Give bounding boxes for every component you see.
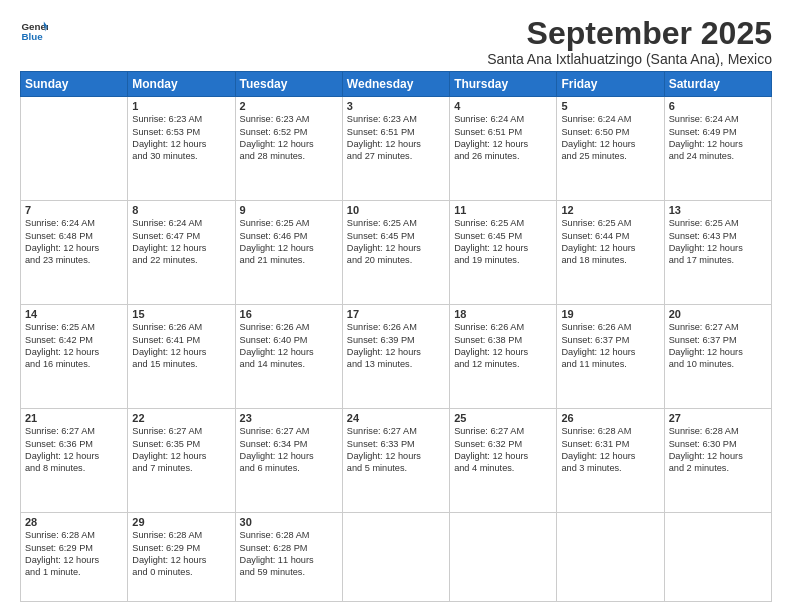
day-info: Sunrise: 6:27 AM Sunset: 6:33 PM Dayligh… (347, 425, 445, 475)
calendar-header-row: SundayMondayTuesdayWednesdayThursdayFrid… (21, 72, 772, 97)
calendar-day-cell: 2Sunrise: 6:23 AM Sunset: 6:52 PM Daylig… (235, 97, 342, 201)
day-number: 20 (669, 308, 767, 320)
day-number: 21 (25, 412, 123, 424)
day-number: 30 (240, 516, 338, 528)
day-info: Sunrise: 6:23 AM Sunset: 6:51 PM Dayligh… (347, 113, 445, 163)
calendar-day-cell: 13Sunrise: 6:25 AM Sunset: 6:43 PM Dayli… (664, 201, 771, 305)
calendar-day-cell: 12Sunrise: 6:25 AM Sunset: 6:44 PM Dayli… (557, 201, 664, 305)
calendar-day-cell: 24Sunrise: 6:27 AM Sunset: 6:33 PM Dayli… (342, 409, 449, 513)
calendar-day-cell: 25Sunrise: 6:27 AM Sunset: 6:32 PM Dayli… (450, 409, 557, 513)
calendar-header-cell: Sunday (21, 72, 128, 97)
day-number: 8 (132, 204, 230, 216)
day-info: Sunrise: 6:27 AM Sunset: 6:37 PM Dayligh… (669, 321, 767, 371)
day-info: Sunrise: 6:28 AM Sunset: 6:31 PM Dayligh… (561, 425, 659, 475)
calendar-day-cell: 5Sunrise: 6:24 AM Sunset: 6:50 PM Daylig… (557, 97, 664, 201)
day-info: Sunrise: 6:24 AM Sunset: 6:47 PM Dayligh… (132, 217, 230, 267)
calendar-day-cell: 9Sunrise: 6:25 AM Sunset: 6:46 PM Daylig… (235, 201, 342, 305)
day-info: Sunrise: 6:25 AM Sunset: 6:45 PM Dayligh… (347, 217, 445, 267)
day-info: Sunrise: 6:27 AM Sunset: 6:35 PM Dayligh… (132, 425, 230, 475)
calendar-header-cell: Thursday (450, 72, 557, 97)
calendar-header-cell: Wednesday (342, 72, 449, 97)
calendar-body: 1Sunrise: 6:23 AM Sunset: 6:53 PM Daylig… (21, 97, 772, 602)
calendar-day-cell: 8Sunrise: 6:24 AM Sunset: 6:47 PM Daylig… (128, 201, 235, 305)
day-number: 28 (25, 516, 123, 528)
day-number: 11 (454, 204, 552, 216)
day-number: 19 (561, 308, 659, 320)
day-number: 16 (240, 308, 338, 320)
day-number: 5 (561, 100, 659, 112)
calendar-day-cell (21, 97, 128, 201)
day-number: 26 (561, 412, 659, 424)
subtitle: Santa Ana Ixtlahuatzingo (Santa Ana), Me… (487, 51, 772, 67)
calendar-day-cell: 30Sunrise: 6:28 AM Sunset: 6:28 PM Dayli… (235, 513, 342, 602)
calendar-header-cell: Tuesday (235, 72, 342, 97)
day-number: 15 (132, 308, 230, 320)
day-number: 22 (132, 412, 230, 424)
day-info: Sunrise: 6:26 AM Sunset: 6:37 PM Dayligh… (561, 321, 659, 371)
day-number: 24 (347, 412, 445, 424)
day-info: Sunrise: 6:23 AM Sunset: 6:53 PM Dayligh… (132, 113, 230, 163)
day-info: Sunrise: 6:24 AM Sunset: 6:48 PM Dayligh… (25, 217, 123, 267)
calendar-day-cell: 3Sunrise: 6:23 AM Sunset: 6:51 PM Daylig… (342, 97, 449, 201)
calendar-day-cell: 16Sunrise: 6:26 AM Sunset: 6:40 PM Dayli… (235, 305, 342, 409)
calendar-week-row: 21Sunrise: 6:27 AM Sunset: 6:36 PM Dayli… (21, 409, 772, 513)
day-number: 17 (347, 308, 445, 320)
calendar-day-cell: 28Sunrise: 6:28 AM Sunset: 6:29 PM Dayli… (21, 513, 128, 602)
day-number: 12 (561, 204, 659, 216)
calendar-day-cell: 6Sunrise: 6:24 AM Sunset: 6:49 PM Daylig… (664, 97, 771, 201)
calendar-week-row: 7Sunrise: 6:24 AM Sunset: 6:48 PM Daylig… (21, 201, 772, 305)
calendar-header-cell: Friday (557, 72, 664, 97)
day-info: Sunrise: 6:26 AM Sunset: 6:38 PM Dayligh… (454, 321, 552, 371)
calendar-day-cell (664, 513, 771, 602)
calendar-day-cell: 26Sunrise: 6:28 AM Sunset: 6:31 PM Dayli… (557, 409, 664, 513)
calendar-week-row: 1Sunrise: 6:23 AM Sunset: 6:53 PM Daylig… (21, 97, 772, 201)
calendar-day-cell: 19Sunrise: 6:26 AM Sunset: 6:37 PM Dayli… (557, 305, 664, 409)
day-number: 18 (454, 308, 552, 320)
calendar-day-cell: 15Sunrise: 6:26 AM Sunset: 6:41 PM Dayli… (128, 305, 235, 409)
calendar-day-cell (450, 513, 557, 602)
day-number: 23 (240, 412, 338, 424)
calendar-table: SundayMondayTuesdayWednesdayThursdayFrid… (20, 71, 772, 602)
day-info: Sunrise: 6:27 AM Sunset: 6:34 PM Dayligh… (240, 425, 338, 475)
day-number: 3 (347, 100, 445, 112)
day-info: Sunrise: 6:28 AM Sunset: 6:29 PM Dayligh… (25, 529, 123, 579)
calendar-day-cell: 10Sunrise: 6:25 AM Sunset: 6:45 PM Dayli… (342, 201, 449, 305)
day-info: Sunrise: 6:25 AM Sunset: 6:43 PM Dayligh… (669, 217, 767, 267)
calendar-day-cell: 21Sunrise: 6:27 AM Sunset: 6:36 PM Dayli… (21, 409, 128, 513)
calendar-day-cell: 27Sunrise: 6:28 AM Sunset: 6:30 PM Dayli… (664, 409, 771, 513)
day-info: Sunrise: 6:24 AM Sunset: 6:50 PM Dayligh… (561, 113, 659, 163)
day-info: Sunrise: 6:23 AM Sunset: 6:52 PM Dayligh… (240, 113, 338, 163)
day-info: Sunrise: 6:25 AM Sunset: 6:46 PM Dayligh… (240, 217, 338, 267)
logo: General Blue (20, 16, 48, 44)
calendar-day-cell: 17Sunrise: 6:26 AM Sunset: 6:39 PM Dayli… (342, 305, 449, 409)
calendar-week-row: 28Sunrise: 6:28 AM Sunset: 6:29 PM Dayli… (21, 513, 772, 602)
month-title: September 2025 (487, 16, 772, 51)
day-number: 10 (347, 204, 445, 216)
svg-text:Blue: Blue (21, 31, 43, 42)
day-info: Sunrise: 6:26 AM Sunset: 6:39 PM Dayligh… (347, 321, 445, 371)
logo-icon: General Blue (20, 16, 48, 44)
calendar-day-cell: 18Sunrise: 6:26 AM Sunset: 6:38 PM Dayli… (450, 305, 557, 409)
day-info: Sunrise: 6:25 AM Sunset: 6:42 PM Dayligh… (25, 321, 123, 371)
calendar-day-cell: 23Sunrise: 6:27 AM Sunset: 6:34 PM Dayli… (235, 409, 342, 513)
day-info: Sunrise: 6:28 AM Sunset: 6:30 PM Dayligh… (669, 425, 767, 475)
day-info: Sunrise: 6:27 AM Sunset: 6:36 PM Dayligh… (25, 425, 123, 475)
day-number: 13 (669, 204, 767, 216)
day-number: 1 (132, 100, 230, 112)
day-info: Sunrise: 6:24 AM Sunset: 6:51 PM Dayligh… (454, 113, 552, 163)
header: General Blue September 2025 Santa Ana Ix… (20, 16, 772, 67)
day-info: Sunrise: 6:28 AM Sunset: 6:29 PM Dayligh… (132, 529, 230, 579)
day-number: 2 (240, 100, 338, 112)
calendar-week-row: 14Sunrise: 6:25 AM Sunset: 6:42 PM Dayli… (21, 305, 772, 409)
day-info: Sunrise: 6:27 AM Sunset: 6:32 PM Dayligh… (454, 425, 552, 475)
day-number: 6 (669, 100, 767, 112)
calendar-day-cell: 14Sunrise: 6:25 AM Sunset: 6:42 PM Dayli… (21, 305, 128, 409)
day-number: 4 (454, 100, 552, 112)
calendar-day-cell (557, 513, 664, 602)
day-number: 14 (25, 308, 123, 320)
day-info: Sunrise: 6:26 AM Sunset: 6:40 PM Dayligh… (240, 321, 338, 371)
calendar-day-cell: 1Sunrise: 6:23 AM Sunset: 6:53 PM Daylig… (128, 97, 235, 201)
day-info: Sunrise: 6:25 AM Sunset: 6:45 PM Dayligh… (454, 217, 552, 267)
calendar-day-cell: 29Sunrise: 6:28 AM Sunset: 6:29 PM Dayli… (128, 513, 235, 602)
day-number: 25 (454, 412, 552, 424)
